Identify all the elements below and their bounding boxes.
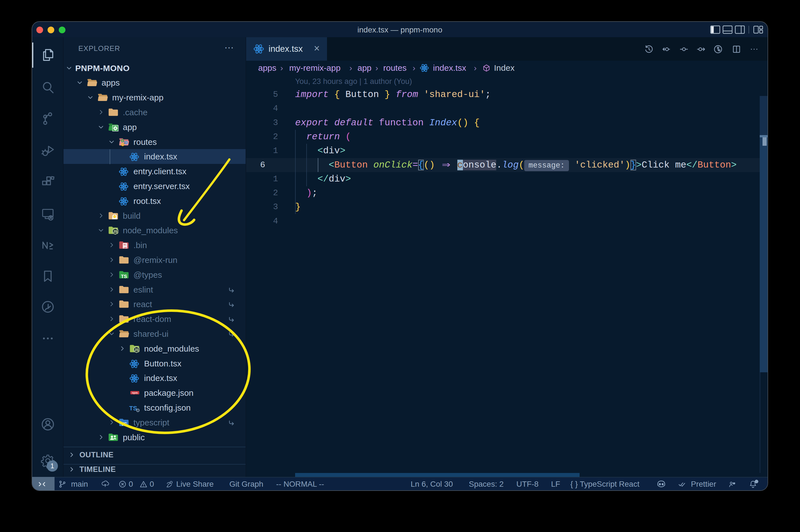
svg-text:JS: JS [113, 229, 117, 233]
svg-text:TS: TS [121, 273, 127, 279]
svg-text:JS: JS [134, 348, 139, 352]
svg-text:TS: TS [121, 421, 127, 427]
svg-text:TS: TS [129, 405, 137, 412]
svg-text:npm: npm [132, 391, 138, 394]
svg-text:10: 10 [123, 246, 127, 249]
